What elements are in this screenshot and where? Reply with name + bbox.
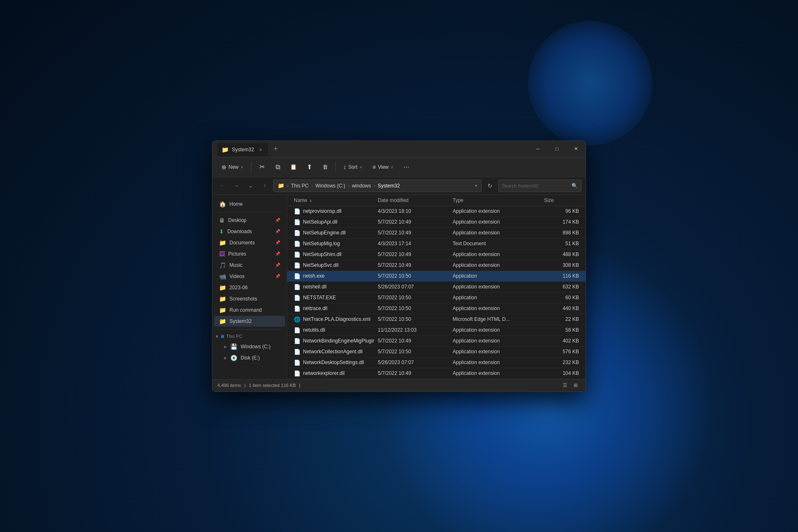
- file-name: networkexplorer.dll: [303, 370, 345, 376]
- folder-2023-icon: 📁: [219, 284, 226, 291]
- grid-view-icon: ⊞: [574, 382, 578, 388]
- file-size: 22 KB: [565, 316, 579, 322]
- sidebar-item-desktop[interactable]: 🖥 Desktop 📌: [214, 215, 285, 226]
- breadcrumb-sep-2: ›: [348, 183, 350, 189]
- table-row[interactable]: 📄 networkexplorer.dll 5/7/2022 10:49 App…: [287, 368, 586, 379]
- table-row[interactable]: 📄 NetworkCollectionAgent.dll 5/7/2022 10…: [287, 347, 586, 357]
- table-row[interactable]: 📄 netutils.dll 11/12/2022 13:03 Applicat…: [287, 325, 586, 336]
- file-size: 308 KB: [563, 262, 579, 268]
- file-type-cell: Application extension: [449, 260, 541, 271]
- file-type-cell: Application: [449, 271, 541, 281]
- grid-view-button[interactable]: ⊞: [571, 381, 581, 390]
- file-name: netprovisionsp.dll: [303, 208, 342, 214]
- view-button[interactable]: ≡ View ∨: [368, 162, 398, 172]
- table-row[interactable]: 📄 NetworkDesktopSettings.dll 5/26/2023 0…: [287, 357, 586, 368]
- sidebar-item-downloads[interactable]: ⬇ Downloads 📌: [214, 226, 285, 237]
- sidebar-item-pictures[interactable]: 🖼 Pictures 📌: [214, 249, 285, 259]
- table-row[interactable]: 🌐 NetTrace.PLA.Diagnostics.xml 5/7/2022 …: [287, 314, 586, 325]
- file-date: 5/7/2022 10:50: [378, 316, 411, 322]
- file-size-cell: 488 KB: [541, 249, 582, 260]
- forward-button[interactable]: →: [231, 180, 242, 192]
- table-row[interactable]: 📄 NetSetupSvc.dll 5/7/2022 10:49 Applica…: [287, 260, 586, 271]
- file-size-cell: 58 KB: [541, 325, 582, 335]
- sidebar-item-screenshots[interactable]: 📁 Screenshots: [214, 293, 285, 304]
- back-button[interactable]: ←: [217, 180, 228, 192]
- sidebar-item-run-command[interactable]: 📁 Run command: [214, 305, 285, 315]
- recent-button[interactable]: ⌄: [245, 180, 256, 192]
- file-date: 5/7/2022 10:50: [378, 295, 411, 300]
- up-button[interactable]: ↑: [259, 180, 271, 192]
- file-size: 632 KB: [563, 284, 579, 290]
- new-tab-button[interactable]: +: [270, 143, 281, 155]
- breadcrumb-current[interactable]: System32: [378, 183, 400, 189]
- file-name: NetSetupEngine.dll: [303, 230, 346, 236]
- sidebar-item-system32[interactable]: 📁 System32: [214, 316, 285, 327]
- delete-button[interactable]: 🗑: [318, 160, 332, 174]
- cut-button[interactable]: ✂: [255, 160, 269, 174]
- screenshots-folder-icon: 📁: [219, 296, 226, 302]
- file-type: Application extension: [453, 208, 500, 214]
- file-date-cell: 5/26/2023 07:07: [374, 357, 449, 368]
- breadcrumb-drive[interactable]: Windows (C:): [315, 183, 345, 189]
- close-button[interactable]: ✕: [566, 140, 586, 157]
- table-row[interactable]: 📄 netprovisionsp.dll 4/3/2023 18:10 Appl…: [287, 206, 586, 217]
- file-name: netshell.dll: [303, 284, 327, 290]
- pin-icon-desktop: 📌: [275, 218, 280, 222]
- col-header-name[interactable]: Name ▲: [291, 195, 374, 206]
- search-box[interactable]: Search System32 🔍: [498, 180, 581, 192]
- maximize-button[interactable]: □: [547, 140, 566, 157]
- copy-button[interactable]: ⧉: [271, 160, 285, 174]
- table-row[interactable]: 📄 netshell.dll 5/26/2023 07:07 Applicati…: [287, 282, 586, 293]
- paste-button[interactable]: 📋: [286, 160, 300, 174]
- sidebar-label-pictures: Pictures: [228, 251, 246, 257]
- table-row[interactable]: 📄 NetSetupShim.dll 5/7/2022 10:49 Applic…: [287, 249, 586, 260]
- file-icon: 📄: [294, 360, 300, 366]
- file-type-cell: Application extension: [449, 303, 541, 314]
- col-header-date[interactable]: Date modified: [374, 195, 449, 206]
- downloads-icon: ⬇: [219, 228, 224, 235]
- address-bar[interactable]: 📁 › This PC › Windows (C:) › windows › S…: [273, 180, 482, 192]
- table-row[interactable]: 📄 NetSetupApi.dll 5/7/2022 10:49 Applica…: [287, 217, 586, 228]
- tab-label: System32: [232, 147, 254, 153]
- explorer-tab[interactable]: 📁 System32 ✕: [217, 143, 268, 156]
- breadcrumb-thispc[interactable]: This PC: [291, 183, 309, 189]
- col-header-type[interactable]: Type: [449, 195, 541, 206]
- sidebar-item-documents[interactable]: 📁 Documents 📌: [214, 237, 285, 248]
- new-button[interactable]: ⊕ New ∨: [217, 162, 248, 172]
- table-row[interactable]: 📄 nettrace.dll 5/7/2022 10:50 Applicatio…: [287, 303, 586, 314]
- breadcrumb-windows[interactable]: windows: [352, 183, 371, 189]
- more-options-button[interactable]: ···: [399, 160, 414, 174]
- share-button[interactable]: ⬆: [302, 160, 316, 174]
- explorer-window: 📁 System32 ✕ + ─ □ ✕ ⊕ New ∨ ✂: [212, 140, 586, 392]
- list-view-button[interactable]: ☰: [560, 381, 570, 390]
- file-name-cell: 📄 networkexplorer.dll: [291, 368, 374, 379]
- sidebar-label-videos: Videos: [229, 273, 244, 279]
- refresh-button[interactable]: ↻: [484, 180, 496, 192]
- table-row[interactable]: 📄 NetSetupMig.log 4/3/2023 17:14 Text Do…: [287, 239, 586, 249]
- table-row[interactable]: 📄 NetworkBindingEngineMigPlugin.dll 5/7/…: [287, 336, 586, 347]
- file-type-cell: Application extension: [449, 368, 541, 379]
- minimize-button[interactable]: ─: [528, 140, 547, 157]
- sort-button[interactable]: ↕ Sort ∨: [339, 162, 367, 172]
- close-icon: ✕: [574, 146, 578, 152]
- sidebar-item-videos[interactable]: 📹 Videos 📌: [214, 271, 285, 282]
- sidebar-item-music[interactable]: 🎵 Music 📌: [214, 260, 285, 271]
- sidebar-item-windows-c[interactable]: ▶ 💾 Windows (C:): [214, 341, 285, 352]
- table-row[interactable]: 📄 NETSTAT.EXE 5/7/2022 10:50 Application…: [287, 293, 586, 303]
- sidebar-item-home[interactable]: 🏠 Home: [214, 199, 285, 209]
- table-row[interactable]: 📄 netsh.exe 5/7/2022 10:50 Application 1…: [287, 271, 586, 282]
- table-row[interactable]: 📄 NetSetupEngine.dll 5/7/2022 10:49 Appl…: [287, 228, 586, 239]
- tab-close-button[interactable]: ✕: [257, 146, 264, 153]
- sidebar-label-windows-c: Windows (C:): [241, 344, 271, 350]
- col-header-size[interactable]: Size: [541, 195, 582, 206]
- sidebar-label-run-command: Run command: [229, 307, 262, 313]
- address-row: ← → ⌄ ↑ 📁 › This PC › Windows (C:) › win…: [212, 177, 586, 195]
- file-size-cell: 51 KB: [541, 239, 582, 249]
- file-type-cell: Application extension: [449, 357, 541, 368]
- file-date-cell: 5/7/2022 10:50: [374, 293, 449, 303]
- sidebar-item-disk-e[interactable]: ▶ 💿 Disk (E:): [214, 352, 285, 363]
- view-icon: ≡: [372, 164, 376, 170]
- sidebar-this-pc-header[interactable]: ▾ 🖥 This PC: [212, 332, 287, 341]
- search-input[interactable]: Search System32: [502, 183, 538, 188]
- sidebar-item-2023-06[interactable]: 📁 2023-06: [214, 282, 285, 293]
